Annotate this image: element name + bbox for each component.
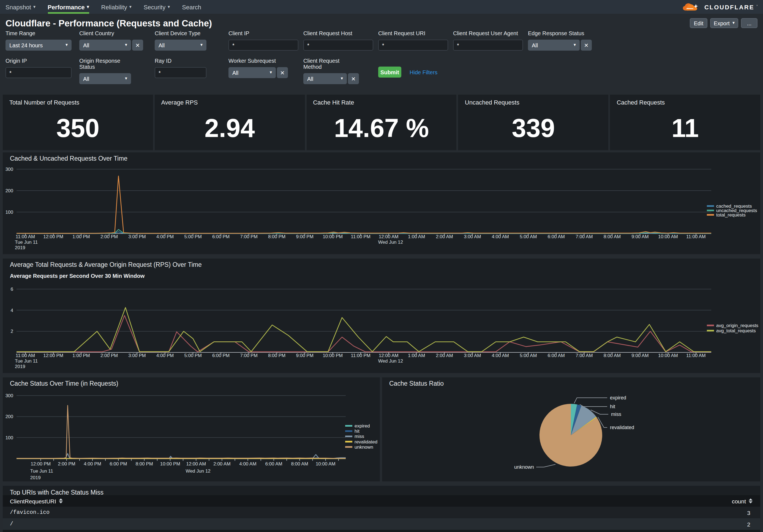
chevron-down-icon: ▾ [270, 70, 272, 75]
nav-item-label: Search [182, 4, 201, 10]
kpi-value: 339 [458, 106, 608, 150]
panel-requests-over-time[interactable] [3, 152, 760, 254]
nav-item-label: Reliability [101, 4, 127, 10]
table-title: Top URIs with Cache Status Miss [10, 489, 103, 496]
table-row-clipped [3, 530, 760, 532]
client-request-host-input[interactable] [303, 40, 373, 50]
sort-icon [59, 498, 63, 503]
filter-edge-response-status: Edge Response Status All▾ ✕ [528, 30, 592, 50]
nav-item-label: Snapshot [6, 4, 31, 10]
chart-subtitle: Average Requests per Second Over 30 Min … [10, 273, 145, 279]
kpi-row: Total Number of Requests 350 Average RPS… [3, 95, 760, 150]
filter-ray-id: Ray ID [155, 58, 206, 78]
nav-item-label: Security [144, 4, 166, 10]
worker-subrequest-select[interactable]: All▾ [228, 67, 276, 78]
filter-client-ip: Client IP [228, 30, 298, 50]
filter-client-country: Client Country All▾ ✕ [79, 30, 143, 50]
brand-name: CLOUDFLARE [705, 4, 754, 10]
chevron-down-icon: ▾ [200, 43, 203, 47]
chart-title: Cache Status Over Time (in Requests) [10, 380, 118, 387]
panel-cache-status-ratio[interactable] [382, 377, 760, 482]
filter-worker-subrequest: Worker Subrequest All▾ ✕ [228, 58, 288, 78]
kpi-value: 14.67 % [306, 106, 457, 150]
chevron-down-icon: ▾ [125, 76, 127, 81]
ray-id-input[interactable] [155, 67, 206, 78]
filter-client-request-uri: Client Request URI [378, 30, 448, 50]
chevron-down-icon: ▾ [125, 43, 127, 47]
top-nav: Snapshot ▾ Performance ▾ Reliability ▾ S… [0, 0, 763, 14]
count-cell: 3 [747, 509, 750, 516]
filter-client-device-type: Client Device Type All▾ [155, 30, 206, 50]
chevron-down-icon: ▾ [65, 43, 68, 47]
kpi-average-rps: Average RPS 2.94 [155, 95, 305, 150]
origin-response-status-select[interactable]: All▾ [79, 73, 131, 84]
clear-edge-response-status-button[interactable]: ✕ [581, 40, 592, 50]
count-cell: 2 [747, 521, 750, 527]
filter-origin-response-status: Origin Response Status All▾ [79, 58, 131, 84]
kpi-value: 11 [610, 106, 760, 150]
chevron-down-icon: ▾ [33, 5, 36, 9]
kpi-value: 350 [3, 106, 153, 150]
nav-item-security[interactable]: Security ▾ [144, 0, 170, 14]
edit-button[interactable]: Edit [690, 18, 708, 28]
chevron-down-icon: ▾ [732, 21, 735, 25]
column-header-count[interactable]: count [732, 497, 753, 504]
kpi-cache-hit-rate: Cache Hit Rate 14.67 % [306, 95, 457, 150]
chevron-down-icon: ▾ [574, 43, 576, 47]
clear-client-country-button[interactable]: ✕ [132, 40, 143, 50]
chevron-down-icon: ▾ [87, 5, 89, 9]
origin-ip-input[interactable] [6, 67, 71, 78]
nav-item-reliability[interactable]: Reliability ▾ [101, 0, 132, 14]
chevron-down-icon: ▾ [129, 5, 132, 9]
client-device-type-select[interactable]: All▾ [155, 40, 206, 50]
client-request-user-agent-input[interactable] [453, 40, 523, 50]
export-button[interactable]: Export▾ [710, 18, 738, 28]
filter-client-request-host: Client Request Host [303, 30, 373, 50]
edge-response-status-select[interactable]: All▾ [528, 40, 580, 50]
trademark-mark: ’ [756, 4, 757, 9]
clear-worker-subrequest-button[interactable]: ✕ [277, 67, 288, 78]
chevron-down-icon: ▾ [167, 5, 170, 9]
client-ip-input[interactable] [228, 40, 298, 50]
chart-title: Cached & Uncached Requests Over Time [10, 155, 127, 162]
column-header-uri[interactable]: ClientRequestURI [10, 497, 63, 504]
kpi-total-requests: Total Number of Requests 350 [3, 95, 153, 150]
client-country-select[interactable]: All▾ [79, 40, 131, 50]
cloudflare-logo[interactable]: CLOUDFLARE ’ [679, 0, 757, 14]
kpi-cached-requests: Cached Requests 11 [610, 95, 760, 150]
client-request-uri-input[interactable] [378, 40, 448, 50]
submit-button[interactable]: Submit [378, 66, 401, 78]
table-header-row: ClientRequestURI count [3, 495, 760, 507]
filter-time-range: Time Range Last 24 hours▾ [6, 30, 71, 50]
uri-cell: /favicon.ico [10, 509, 50, 515]
nav-item-search[interactable]: Search [182, 0, 201, 14]
client-request-method-select[interactable]: All▾ [303, 73, 347, 84]
more-options-button[interactable]: ... [741, 18, 757, 28]
kpi-uncached-requests: Uncached Requests 339 [458, 95, 608, 150]
time-range-select[interactable]: Last 24 hours▾ [6, 40, 71, 50]
sort-icon [749, 498, 753, 503]
clear-client-request-method-button[interactable]: ✕ [348, 73, 359, 84]
filter-origin-ip: Origin IP [6, 58, 71, 78]
uri-cell: / [10, 521, 13, 527]
nav-item-performance[interactable]: Performance ▾ [48, 0, 89, 14]
table-row: /favicon.ico 3 [3, 507, 760, 518]
cloudflare-cloud-icon [679, 1, 702, 12]
filter-client-request-user-agent: Client Request User Agent [453, 30, 523, 50]
page-title: Cloudflare - Performance (Requests and C… [6, 18, 212, 29]
chart-title: Cache Status Ratio [389, 380, 444, 387]
nav-item-snapshot[interactable]: Snapshot ▾ [6, 0, 36, 14]
kpi-value: 2.94 [155, 106, 305, 150]
dashboard-root: Snapshot ▾ Performance ▾ Reliability ▾ S… [0, 0, 763, 532]
chevron-down-icon: ▾ [341, 76, 343, 81]
panel-cache-status-over-time[interactable] [3, 377, 380, 482]
hide-filters-link[interactable]: Hide Filters [409, 69, 437, 75]
nav-item-label: Performance [48, 4, 85, 10]
chart-title: Average Total Requests & Average Origin … [10, 261, 202, 268]
filter-client-request-method: Client Request Method All▾ ✕ [303, 58, 359, 84]
table-row: / 2 [3, 518, 760, 530]
